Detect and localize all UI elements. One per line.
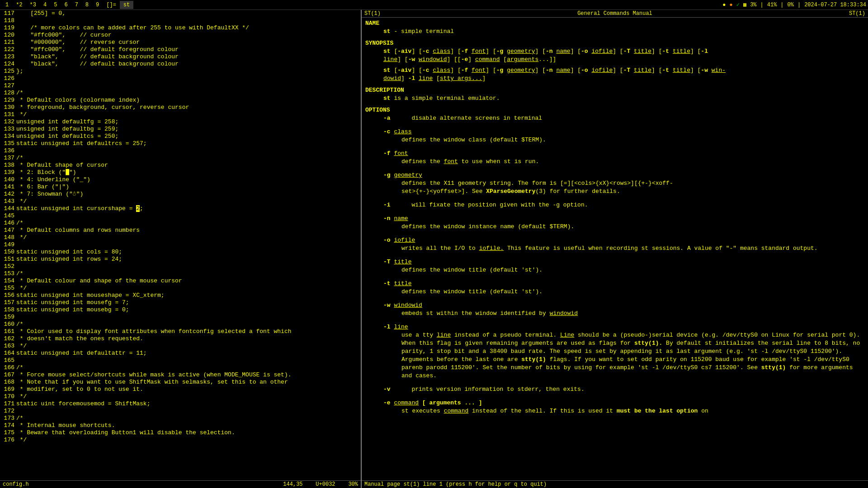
left-filename: config.h — [3, 481, 29, 488]
line-number: 142 — [0, 191, 16, 198]
man-header-left: ST(1) — [364, 10, 381, 17]
tab-4[interactable]: 4 — [40, 1, 50, 9]
man-header: ST(1) General Commands Manual ST(1) — [362, 10, 868, 18]
tab-7[interactable]: 7 — [71, 1, 82, 9]
tab-st[interactable]: st — [120, 1, 133, 9]
line-content: static uint forcemousemod = ShiftMask; — [16, 400, 361, 408]
line-content — [16, 408, 361, 415]
line-content: * Beware that overloading Button1 will d… — [16, 429, 361, 436]
code-line: 171static uint forcemousemod = ShiftMask… — [0, 400, 361, 408]
line-content — [16, 147, 361, 155]
man-content[interactable]: NAME st - simple terminal SYNOPSIS st [-… — [362, 18, 868, 480]
option-e: -e command [ arguments ... ] st executes… — [365, 399, 864, 415]
line-number: 123 — [0, 53, 16, 61]
name-section: NAME st - simple terminal — [365, 19, 864, 36]
line-content: static unsigned int defaultrcs = 257; — [16, 140, 361, 147]
code-line: 156static unsigned int mouseshape = XC_x… — [0, 292, 361, 299]
tab-brackets[interactable]: []= — [103, 1, 120, 9]
code-line: 152 — [0, 263, 361, 270]
code-line: 168 * Note that if you want to use Shift… — [0, 379, 361, 386]
line-number: 174 — [0, 422, 16, 429]
line-content: static unsigned int mousebg = 0; — [16, 306, 361, 314]
tab-2[interactable]: *2 — [12, 1, 26, 9]
code-line: 119 /* more colors can be added after 25… — [0, 24, 361, 32]
line-number: 124 — [0, 61, 16, 68]
line-number: 153 — [0, 270, 16, 277]
separator2: | — [780, 2, 783, 8]
line-number: 119 — [0, 24, 16, 32]
line-content: /* — [16, 220, 361, 227]
tab-3[interactable]: *3 — [26, 1, 40, 9]
code-area[interactable]: 117 [255] = 0,118119 /* more colors can … — [0, 10, 361, 480]
line-number: 135 — [0, 140, 16, 147]
option-a: -a disable alternate screens in terminal — [365, 114, 864, 122]
line-content: "#ffc000", // default foreground colour — [16, 46, 361, 53]
line-number: 164 — [0, 350, 16, 357]
line-content: "#ffc000", // cursor — [16, 32, 361, 39]
line-number: 148 — [0, 234, 16, 241]
code-line: 134unsigned int defaultcs = 250; — [0, 133, 361, 140]
code-line: 149 — [0, 241, 361, 249]
code-line: 133unsigned int defaultbg = 259; — [0, 126, 361, 133]
line-content: */ — [16, 393, 361, 400]
code-line: 143 */ — [0, 198, 361, 205]
option-g: -g geometry defines the X11 geometry str… — [365, 171, 864, 196]
line-number: 133 — [0, 126, 16, 133]
description-title: DESCRIPTION — [365, 86, 864, 94]
line-number: 154 — [0, 277, 16, 285]
code-line: 175 * Beware that overloading Button1 wi… — [0, 429, 361, 436]
option-t: -t title defines the window title (defau… — [365, 280, 864, 296]
code-line: 120 "#ffc000", // cursor — [0, 32, 361, 39]
battery-pct: 3% — [750, 2, 756, 8]
line-number: 151 — [0, 256, 16, 263]
code-line: 141 * 6: Bar ("|") — [0, 183, 361, 191]
line-number: 161 — [0, 328, 16, 335]
line-content: * Default columns and rows numbers — [16, 227, 361, 234]
code-line: 172 — [0, 408, 361, 415]
line-number: 156 — [0, 292, 16, 299]
code-line: 159 — [0, 314, 361, 321]
mem-pct: 41% — [767, 2, 777, 8]
option-n: -n name defines the window instance name… — [365, 215, 864, 231]
line-content: */ — [16, 285, 361, 292]
line-content: * Internal mouse shortcuts. — [16, 422, 361, 429]
line-number: 171 — [0, 400, 16, 408]
name-title: NAME — [365, 19, 864, 28]
code-line: 150static unsigned int cols = 80; — [0, 249, 361, 256]
synopsis-section: SYNOPSIS st [-aiv] [-c class] [-f font] … — [365, 39, 864, 83]
line-content — [16, 314, 361, 321]
option-c: -c class defines the window class (defau… — [365, 128, 864, 144]
tab-6[interactable]: 6 — [61, 1, 71, 9]
tab-9[interactable]: 9 — [92, 1, 103, 9]
code-line: 142 * 7: Snowman ("☃") — [0, 191, 361, 198]
main-container: 117 [255] = 0,118119 /* more colors can … — [0, 10, 868, 488]
tab-8[interactable]: 8 — [82, 1, 92, 9]
line-number: 134 — [0, 133, 16, 140]
code-line: 158static unsigned int mousebg = 0; — [0, 306, 361, 314]
tab-5[interactable]: 5 — [50, 1, 61, 9]
code-line: 147 * Default columns and rows numbers — [0, 227, 361, 234]
line-number: 138 — [0, 162, 16, 169]
line-content: * Default shape of cursor — [16, 162, 361, 169]
datetime: 2024-07-27 18:33:34 — [804, 2, 866, 8]
line-content: /* — [16, 270, 361, 277]
man-header-center: General Commands Manual — [577, 10, 652, 17]
line-content: * modifier, set to 0 to not use it. — [16, 386, 361, 393]
code-line: 169 * modifier, set to 0 to not use it. — [0, 386, 361, 393]
line-number: 155 — [0, 285, 16, 292]
tab-1[interactable]: 1 — [2, 1, 12, 9]
code-line: 132unsigned int defaultfg = 258; — [0, 118, 361, 126]
line-number: 139 — [0, 169, 16, 176]
line-number: 172 — [0, 408, 16, 415]
line-content: * Default colour and shape of the mouse … — [16, 277, 361, 285]
code-line: 164static unsigned int defaultattr = 11; — [0, 350, 361, 357]
line-content: */ — [16, 111, 361, 118]
line-content: * Force mouse select/shortcuts while mas… — [16, 371, 361, 379]
code-line: 155 */ — [0, 285, 361, 292]
code-line: 124 "black", // default background colou… — [0, 61, 361, 68]
line-number: 145 — [0, 212, 16, 220]
line-number: 144 — [0, 205, 16, 212]
line-content: * Color used to display font attributes … — [16, 328, 361, 335]
line-content: [255] = 0, — [16, 10, 361, 17]
code-line: 139 * 2: Block ("█") — [0, 169, 361, 176]
